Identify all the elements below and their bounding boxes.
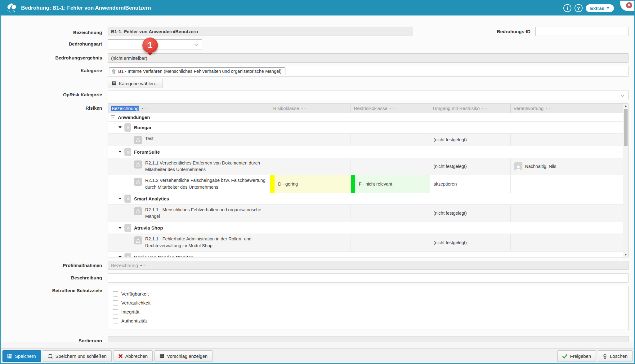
expand-arrow-icon[interactable] xyxy=(119,256,122,257)
oprisk-label: OpRisk Kategorie xyxy=(1,90,108,97)
bezeichnung-field[interactable] xyxy=(108,27,413,36)
umgang-cell: (nicht festgelegt) xyxy=(430,204,510,222)
umgang-cell: (nicht festgelegt) xyxy=(430,133,510,146)
chevron-down-icon xyxy=(194,42,198,46)
sort-icons xyxy=(141,108,147,109)
umgang-cell: akzeptieren xyxy=(430,175,510,193)
bedrohungs-id-field[interactable] xyxy=(535,27,628,36)
sort-icons xyxy=(481,108,487,109)
help-icon[interactable]: ? xyxy=(575,4,583,12)
checkbox-icon[interactable] xyxy=(113,318,118,323)
group-label: Smart Analytics xyxy=(134,196,169,201)
responsible-person: Nachhaltig, Nils xyxy=(525,164,557,169)
kategorie-chip-label: B1 - Interne Verfahren (Menschliches Feh… xyxy=(118,69,281,74)
risk-class-label: F - nicht relevant xyxy=(359,182,392,186)
save-and-close-button[interactable]: Speichern und schließen xyxy=(43,350,112,362)
sort-icons xyxy=(140,265,145,266)
risikoklasse-cell: D - gering xyxy=(270,175,351,193)
column-header-verantwortung[interactable]: Verantwortung xyxy=(510,104,623,113)
restrisikoklasse-cell xyxy=(351,158,430,175)
delete-button[interactable]: Löschen xyxy=(598,350,633,362)
column-header-risikoklasse[interactable]: Risikoklasse xyxy=(270,104,351,113)
risiken-table-body: AnwendungenBomgarTest(nicht festgelegt)F… xyxy=(108,113,623,257)
release-button[interactable]: Freigeben xyxy=(557,350,596,362)
titlebar: Bedrohung: B1-1: Fehler von Anwendern/Be… xyxy=(1,1,634,15)
table-row[interactable]: R2.1.1 - Menschliches Fehlverhalten und … xyxy=(108,204,623,222)
application-icon xyxy=(124,195,131,203)
application-icon xyxy=(124,123,131,132)
sort-icons xyxy=(545,108,551,109)
profilmassnahmen-header[interactable]: Bezeichnung xyxy=(108,261,628,270)
risk-name: Test xyxy=(145,135,154,142)
kategorie-label: Kategorie xyxy=(1,66,108,73)
risk-warning-icon xyxy=(134,207,142,215)
checkbox-icon[interactable] xyxy=(113,300,118,305)
risk-class-color-bar xyxy=(270,175,275,193)
checkbox-verfuegbarkeit[interactable]: Verfügbarkeit xyxy=(113,289,623,298)
risk-warning-icon xyxy=(134,136,142,144)
oprisk-select[interactable] xyxy=(108,90,628,100)
table-row[interactable]: R2.1.1 Versehentliches Entfernen von Dok… xyxy=(108,158,623,175)
scroll-down-icon[interactable] xyxy=(624,254,627,256)
risk-name: R2.1.1 - Fehlerhafte Administration in d… xyxy=(145,236,267,249)
risiken-label: Risiken xyxy=(1,103,108,111)
beschreibung-label: Beschreibung xyxy=(1,273,108,280)
save-icon xyxy=(7,354,12,358)
column-header-umgang[interactable]: Umgang mit Restrisiko xyxy=(430,104,510,113)
group-label: Atruvia Shop xyxy=(134,225,163,230)
checkbox-integritaet[interactable]: Integrität xyxy=(113,307,623,316)
collapse-icon[interactable] xyxy=(111,115,115,119)
table-row[interactable]: Test(nicht festgelegt) xyxy=(108,133,623,146)
checkbox-authentizitaet[interactable]: Authentizität xyxy=(113,316,623,325)
close-icon[interactable]: ✕ xyxy=(625,2,633,9)
group-row[interactable]: Anwendungen xyxy=(108,113,623,121)
risikoklasse-cell xyxy=(270,234,351,252)
trash-icon xyxy=(603,354,607,359)
table-row[interactable]: R2.1.1 - Fehlerhafte Administration in d… xyxy=(108,234,623,252)
extras-button[interactable]: Extras xyxy=(586,4,614,12)
expand-arrow-icon[interactable] xyxy=(119,126,122,128)
scroll-up-icon[interactable] xyxy=(624,105,627,107)
vertical-scrollbar[interactable] xyxy=(623,104,628,257)
application-icon xyxy=(124,148,131,156)
expand-arrow-icon[interactable] xyxy=(119,227,122,229)
risk-name: R2.1.2 Versehentliche Falscheingabe bzw.… xyxy=(145,177,267,191)
show-suggestion-button[interactable]: Vorschlag anzeigen xyxy=(154,350,212,362)
group-row[interactable]: Bomgar xyxy=(108,121,623,133)
scrollbar-thumb[interactable] xyxy=(624,109,628,146)
kategorie-chip[interactable]: B1 - Interne Verfahren (Menschliches Feh… xyxy=(109,67,285,75)
storm-cloud-icon xyxy=(6,3,18,13)
group-row[interactable]: ForumSuite xyxy=(108,146,623,158)
checkbox-vertraulichkeit[interactable]: Vertraulichkeit xyxy=(113,298,623,307)
checkbox-icon[interactable] xyxy=(113,309,118,314)
risk-name: R2.1.1 - Menschliches Fehlverhalten und … xyxy=(145,207,267,220)
risk-class-color-bar xyxy=(351,175,355,193)
cancel-button[interactable]: Abbrechen xyxy=(114,350,153,362)
schutzziele-label: Betroffene Schutzziele xyxy=(1,286,108,293)
page-title: Bedrohung: B1-1: Fehler von Anwendern/Be… xyxy=(21,5,151,11)
info-icon[interactable]: i xyxy=(563,4,571,12)
group-label: ForumSuite xyxy=(134,149,160,155)
column-header-restrisikoklasse[interactable]: Restrisikoklasse xyxy=(351,104,430,113)
list-icon xyxy=(112,81,116,86)
checkbox-icon[interactable] xyxy=(113,291,118,296)
kategorie-waehlen-button[interactable]: Kategorie wählen... xyxy=(108,79,163,88)
expand-arrow-icon[interactable] xyxy=(119,151,122,153)
beschreibung-field[interactable] xyxy=(108,273,628,283)
table-row[interactable]: R2.1.2 Versehentliche Falscheingabe bzw.… xyxy=(108,175,623,193)
group-row[interactable]: Atruvia Shop xyxy=(108,222,623,234)
bedrohungsergebnis-field xyxy=(108,53,628,63)
risk-warning-icon xyxy=(134,178,142,186)
save-button[interactable]: Speichern xyxy=(2,350,41,362)
application-icon xyxy=(124,253,131,257)
group-row[interactable]: Kopie von Service-Monitor xyxy=(108,251,623,257)
restrisikoklasse-cell xyxy=(351,204,430,222)
expand-arrow-icon[interactable] xyxy=(119,198,122,200)
column-header-bezeichnung[interactable]: Bezeichnung xyxy=(108,104,270,113)
risikoklasse-cell xyxy=(270,133,351,146)
kategorie-waehlen-label: Kategorie wählen... xyxy=(119,81,159,86)
risikoklasse-cell xyxy=(270,204,351,222)
verantwortung-cell xyxy=(510,175,623,193)
risk-class-label: D - gering xyxy=(278,182,298,186)
group-row[interactable]: Smart Analytics xyxy=(108,193,623,204)
